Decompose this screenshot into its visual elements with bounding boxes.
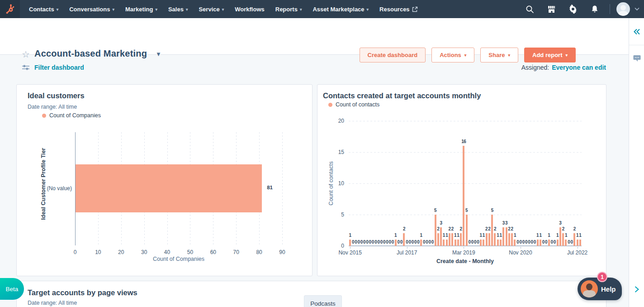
- chart2-bar[interactable]: [577, 240, 578, 246]
- podcasts-button[interactable]: Podcasts: [304, 295, 342, 307]
- chart2-plot-area: 0510152010000000000000001002000001000052…: [349, 121, 582, 246]
- filter-bar: Filter dashboard Assigned:Everyone can e…: [0, 55, 629, 82]
- chart2-bar[interactable]: [460, 233, 462, 246]
- nav-item-marketing[interactable]: Marketing▾: [120, 0, 163, 18]
- chart2-bar[interactable]: [500, 240, 502, 246]
- nav-item-reports[interactable]: Reports▾: [270, 0, 308, 18]
- nav-item-label: Contacts: [29, 6, 54, 13]
- chart1-x-tick-label: 10: [89, 249, 107, 255]
- chart2-bar[interactable]: [457, 240, 459, 246]
- external-link-icon: [412, 6, 418, 12]
- chart2-bar[interactable]: [463, 146, 464, 246]
- comments-button[interactable]: [629, 52, 644, 65]
- chart2-bar[interactable]: [579, 240, 581, 246]
- chart2-bar[interactable]: [446, 240, 448, 246]
- chart1-x-tick-label: 40: [158, 249, 176, 255]
- chart2-x-tick-mark: [578, 247, 578, 249]
- nav-item-resources[interactable]: Resources: [374, 0, 423, 18]
- chart1-category-label: (No value): [27, 185, 72, 192]
- chart2-y-tick-label: 0: [330, 243, 344, 249]
- assigned-info: Assigned:Everyone can edit: [521, 64, 606, 71]
- chart2-bar[interactable]: [488, 233, 490, 246]
- help-label: Help: [601, 285, 616, 293]
- chart2-bar-value-label: 2: [490, 226, 500, 231]
- filter-dashboard-link[interactable]: Filter dashboard: [22, 64, 84, 71]
- chart2-bar-value-label: 5: [487, 208, 497, 213]
- chevron-down-icon: ▾: [367, 7, 369, 12]
- marketplace-icon[interactable]: [543, 0, 560, 18]
- chart1-bar-value-label: 81: [267, 185, 273, 190]
- nav-item-label: Conversations: [69, 6, 110, 13]
- user-avatar[interactable]: [616, 2, 630, 16]
- nav-item-workflows[interactable]: Workflows: [229, 0, 270, 18]
- chart2-x-tick-label: Jul 2017: [391, 249, 423, 256]
- chart2-bar[interactable]: [483, 240, 484, 246]
- nav-item-conversations[interactable]: Conversations▾: [64, 0, 120, 18]
- chart1-y-axis-title: Ideal Customer Profile Tier: [40, 127, 47, 240]
- chart1-x-tick-label: 70: [227, 249, 245, 255]
- chart2-bar-value-label: 1: [510, 233, 520, 238]
- chart2-bar-value-label: 2: [569, 226, 579, 231]
- assigned-value-link[interactable]: Everyone can edit: [552, 64, 606, 71]
- chart1-x-tick-label: 80: [250, 249, 268, 255]
- hubspot-dashboard-page: Contacts▾Conversations▾Marketing▾Sales▾S…: [0, 0, 644, 307]
- chart2-gridline: [349, 215, 582, 215]
- chart2-x-tick-label: Nov 2020: [505, 249, 536, 256]
- dashboard-header: ☆ Account-based Marketing ▼ Create dashb…: [0, 18, 629, 55]
- chart2-bar[interactable]: [497, 240, 499, 246]
- nav-item-contacts[interactable]: Contacts▾: [24, 0, 64, 18]
- chart2-x-tick-mark: [464, 247, 464, 249]
- notifications-bell-icon[interactable]: [586, 0, 603, 18]
- chevron-down-icon: ▾: [155, 7, 157, 12]
- chart1-x-axis-title: Count of Companies: [75, 256, 282, 262]
- hubspot-logo[interactable]: [0, 0, 20, 18]
- top-navigation: Contacts▾Conversations▾Marketing▾Sales▾S…: [0, 0, 644, 18]
- chart2-bar[interactable]: [455, 240, 456, 246]
- filter-dashboard-label: Filter dashboard: [34, 64, 84, 71]
- expand-panel-button[interactable]: [629, 283, 644, 296]
- chevron-down-icon: ▾: [57, 7, 59, 12]
- settings-gear-icon[interactable]: [564, 0, 582, 18]
- legend-dot-icon: [328, 103, 332, 107]
- chart1-bar-no-value[interactable]: [76, 164, 262, 212]
- beta-badge[interactable]: Beta: [0, 278, 24, 300]
- nav-item-label: Reports: [275, 6, 298, 13]
- collapse-panel-button[interactable]: [629, 18, 644, 45]
- chart1-title: Ideal customers: [28, 91, 85, 100]
- chart2-bar[interactable]: [480, 240, 482, 246]
- chevron-right-icon: [634, 286, 639, 293]
- chart1-x-tick-label: 20: [112, 249, 130, 255]
- chart2-bar[interactable]: [443, 240, 445, 246]
- chart2-y-tick-label: 20: [330, 118, 344, 124]
- nav-item-label: Asset Marketplace: [313, 6, 364, 13]
- chart1-x-tick-label: 0: [66, 249, 84, 255]
- double-chevron-left-icon: [633, 29, 640, 35]
- chart2-x-tick-label: Mar 2019: [448, 249, 479, 256]
- chart1-x-tick-label: 30: [135, 249, 153, 255]
- right-sidebar-rail: [629, 18, 644, 307]
- chart2-bar-value-label: 1: [561, 233, 571, 238]
- nav-item-service[interactable]: Service▾: [193, 0, 229, 18]
- chart2-bar-value-label: 3: [502, 221, 511, 225]
- nav-menu: Contacts▾Conversations▾Marketing▾Sales▾S…: [24, 0, 423, 18]
- nav-item-sales[interactable]: Sales▾: [163, 0, 194, 18]
- chevron-down-icon: ▾: [186, 7, 188, 12]
- chart2-x-axis-line: [349, 245, 582, 246]
- chart3-title: Target accounts by page views: [28, 288, 137, 297]
- chart2-bar[interactable]: [557, 240, 559, 246]
- account-menu-caret-icon[interactable]: [635, 7, 639, 11]
- chart2-y-tick-label: 10: [330, 180, 344, 187]
- nav-utilities: [521, 0, 644, 18]
- chart2-y-tick-label: 15: [330, 149, 344, 155]
- chart1-date-range: Date range: All time: [28, 104, 77, 110]
- chart2-bar-value-label: 1: [345, 233, 355, 238]
- chart2-bar-value-label: 2: [507, 226, 517, 231]
- chart2-bar-value-label: 1: [391, 233, 401, 238]
- hubspot-sprocket-icon: [4, 3, 16, 15]
- search-icon[interactable]: [521, 0, 538, 18]
- contacts-created-monthly-card: Contacts created at target accounts mont…: [317, 84, 606, 276]
- nav-item-label: Sales: [168, 6, 184, 13]
- nav-divider: [610, 4, 610, 14]
- nav-item-asset-marketplace[interactable]: Asset Marketplace▾: [307, 0, 374, 18]
- chart2-bar[interactable]: [486, 233, 488, 246]
